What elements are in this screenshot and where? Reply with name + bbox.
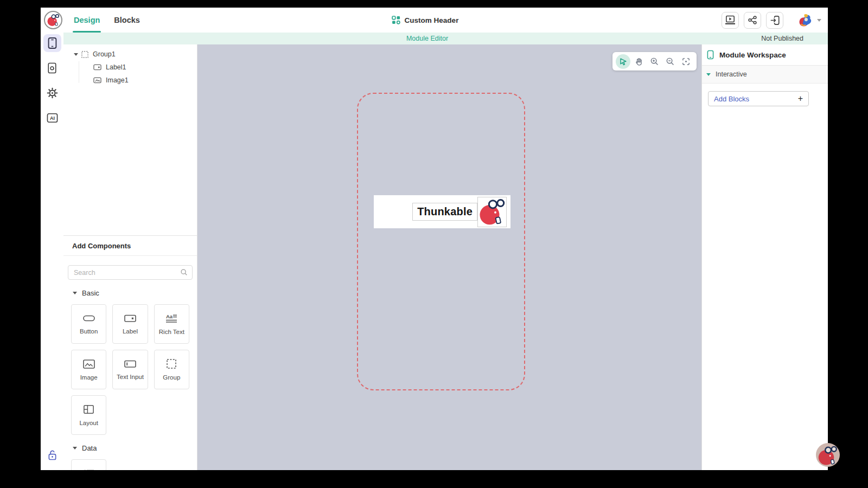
rich-text-icon: Aa xyxy=(165,313,178,324)
section-label: Interactive xyxy=(716,70,747,78)
caret-down-icon xyxy=(73,292,77,294)
image1-element[interactable] xyxy=(477,197,507,227)
canvas-toolbar xyxy=(612,52,697,70)
top-bar-actions xyxy=(717,12,828,29)
component-card-layout[interactable]: Layout xyxy=(71,395,106,435)
search-input[interactable] xyxy=(68,265,193,280)
add-components-panel: Add Components Basic xyxy=(63,235,197,470)
tab-blocks[interactable]: Blocks xyxy=(114,8,140,33)
caret-down-icon xyxy=(706,73,711,76)
tree-item-image1[interactable]: Image1 xyxy=(63,74,197,87)
tree-item-group1[interactable]: Group1 xyxy=(63,48,197,61)
custom-header-group[interactable]: Thunkable xyxy=(374,195,510,228)
section-data[interactable]: Data xyxy=(63,435,197,455)
cursor-icon xyxy=(618,57,628,66)
card-label: Text Input xyxy=(117,374,144,380)
left-panel: Group1 Label1 xyxy=(63,44,197,470)
rail-item-ai[interactable]: AI xyxy=(43,109,61,127)
component-card-image[interactable]: Image xyxy=(71,350,106,389)
data-components-grid: Simple List xyxy=(71,459,189,470)
label1-element[interactable]: Thunkable xyxy=(412,203,477,221)
hand-icon xyxy=(634,57,643,66)
list-icon xyxy=(83,468,95,470)
thunkable-logo[interactable] xyxy=(44,11,62,29)
phone-frame-outline[interactable] xyxy=(357,93,525,390)
thunkable-app-window: Design Blocks Custom Header xyxy=(41,8,828,470)
svg-text:AI: AI xyxy=(49,115,54,121)
section-basic[interactable]: Basic xyxy=(63,280,197,300)
add-components-title: Add Components xyxy=(63,236,197,256)
basic-components-grid: Button Label xyxy=(71,304,189,435)
component-card-group[interactable]: Group xyxy=(154,350,189,389)
caret-down-icon[interactable] xyxy=(74,53,78,56)
card-label: Button xyxy=(80,328,98,335)
zoom-in-icon xyxy=(650,57,659,66)
unlock-icon[interactable] xyxy=(48,450,57,463)
rail-item-screens[interactable] xyxy=(43,34,61,52)
thunkable-watermark-badge xyxy=(816,443,840,467)
group-icon xyxy=(81,51,88,58)
thunkable-mascot-icon xyxy=(818,445,838,465)
component-card-label[interactable]: Label xyxy=(112,304,148,344)
image-icon xyxy=(82,359,95,369)
pan-tool-button[interactable] xyxy=(631,54,646,69)
thunkable-mascot-icon xyxy=(47,14,60,27)
section-label: Data xyxy=(82,444,97,452)
monitor-play-icon xyxy=(725,15,736,25)
tree-item-label: Image1 xyxy=(106,76,129,84)
rail-item-assets[interactable] xyxy=(43,59,61,77)
component-card-button[interactable]: Button xyxy=(71,304,106,344)
card-label: Group xyxy=(163,374,180,381)
mode-tabs: Design Blocks xyxy=(74,8,140,33)
device-preview-button[interactable] xyxy=(766,12,783,29)
document-icon xyxy=(47,62,57,74)
component-card-simple-list[interactable]: Simple List xyxy=(71,459,106,470)
component-tree: Group1 Label1 xyxy=(63,44,197,235)
fit-screen-button[interactable] xyxy=(679,54,693,69)
tree-item-label1[interactable]: Label1 xyxy=(63,61,197,74)
plus-icon: + xyxy=(798,94,803,103)
layout-icon xyxy=(82,404,95,415)
fit-screen-icon xyxy=(681,57,691,66)
label-icon xyxy=(124,313,137,323)
tab-design[interactable]: Design xyxy=(74,8,100,33)
button-icon xyxy=(82,313,95,323)
phone-icon xyxy=(707,50,714,60)
right-panel-title: Module Workspace xyxy=(719,51,786,59)
component-card-rich-text[interactable]: Aa Rich Text xyxy=(154,304,189,344)
phone-icon xyxy=(47,37,58,49)
content-row: Group1 Label1 xyxy=(63,44,828,470)
module-workspace-header: Module Workspace xyxy=(702,44,828,66)
share-icon xyxy=(748,15,757,25)
chevron-down-icon[interactable] xyxy=(817,19,821,22)
card-label: Image xyxy=(80,374,98,381)
rail-item-settings[interactable] xyxy=(43,84,61,102)
zoom-out-icon xyxy=(666,57,675,66)
zoom-in-button[interactable] xyxy=(647,54,662,69)
search-icon xyxy=(180,268,188,278)
publish-status: Not Published xyxy=(761,35,803,42)
thunkable-mascot-image xyxy=(479,198,505,226)
tree-item-label: Group1 xyxy=(93,50,116,58)
share-button[interactable] xyxy=(744,12,761,29)
caret-down-icon xyxy=(73,447,77,450)
app-body: AI Module Editor Not Published xyxy=(41,33,828,470)
select-tool-button[interactable] xyxy=(616,54,630,69)
module-grid-icon xyxy=(392,16,400,24)
account-avatar[interactable] xyxy=(798,13,813,28)
banner-title: Module Editor xyxy=(406,35,448,42)
project-title-area: Custom Header xyxy=(392,16,459,24)
add-blocks-button[interactable]: Add Blocks + xyxy=(708,91,809,106)
zoom-out-button[interactable] xyxy=(663,54,678,69)
live-test-button[interactable] xyxy=(722,12,739,29)
phone-arrow-icon xyxy=(770,15,780,25)
gear-icon xyxy=(47,87,58,99)
design-canvas[interactable]: Thunkable xyxy=(197,44,701,470)
card-label: Layout xyxy=(79,420,98,426)
component-card-text-input[interactable]: Text Input xyxy=(112,350,148,389)
component-search xyxy=(68,265,193,280)
label-icon xyxy=(93,64,101,70)
add-blocks-label: Add Blocks xyxy=(714,95,749,103)
section-interactive[interactable]: Interactive xyxy=(702,66,828,84)
image-icon xyxy=(93,77,101,84)
